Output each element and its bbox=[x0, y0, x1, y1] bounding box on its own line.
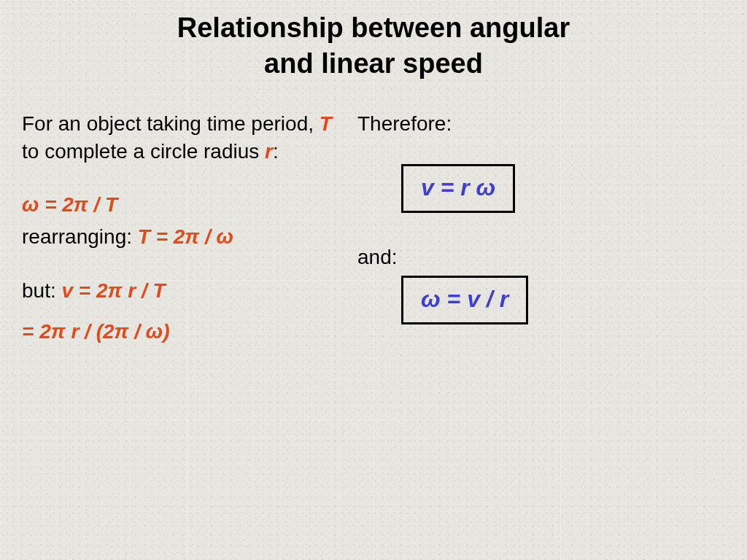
intro-text-b: to complete a circle radius bbox=[22, 140, 265, 163]
content-columns: For an object taking time period, T to c… bbox=[22, 110, 725, 350]
but-eq: v = 2π r / T bbox=[61, 279, 165, 302]
result-box-v: v = r ω bbox=[401, 164, 515, 213]
eq-omega-text: ω = 2π / T bbox=[22, 193, 117, 216]
and-label: and: bbox=[357, 244, 725, 271]
result-box-omega: ω = v / r bbox=[401, 276, 528, 324]
result-v-eq: v = r ω bbox=[421, 174, 495, 201]
rearranging-eq: T = 2π / ω bbox=[138, 225, 233, 248]
intro-paragraph: For an object taking time period, T to c… bbox=[22, 110, 343, 166]
slide-title: Relationship between angular and linear … bbox=[22, 10, 725, 82]
left-column: For an object taking time period, T to c… bbox=[22, 110, 343, 350]
substitution-line: = 2π r / (2π / ω) bbox=[22, 318, 343, 346]
slide: Relationship between angular and linear … bbox=[0, 0, 747, 560]
subst-eq: = 2π r / (2π / ω) bbox=[22, 320, 170, 343]
but-label: but: bbox=[22, 279, 61, 302]
intro-text-a: For an object taking time period, bbox=[22, 112, 320, 135]
rearranging-label: rearranging: bbox=[22, 225, 138, 248]
therefore-label: Therefore: bbox=[357, 110, 725, 138]
result-omega-eq: ω = v / r bbox=[421, 286, 508, 312]
right-column: Therefore: v = r ω and: ω = v / r bbox=[357, 110, 725, 350]
intro-var-r: r bbox=[265, 140, 273, 163]
intro-text-c: : bbox=[273, 140, 279, 163]
intro-var-T: T bbox=[320, 112, 332, 135]
title-line-2: and linear speed bbox=[264, 48, 483, 79]
equation-omega: ω = 2π / T bbox=[22, 191, 343, 219]
but-line: but: v = 2π r / T bbox=[22, 277, 343, 305]
title-line-1: Relationship between angular bbox=[177, 12, 570, 43]
rearranging-line: rearranging: T = 2π / ω bbox=[22, 223, 343, 251]
